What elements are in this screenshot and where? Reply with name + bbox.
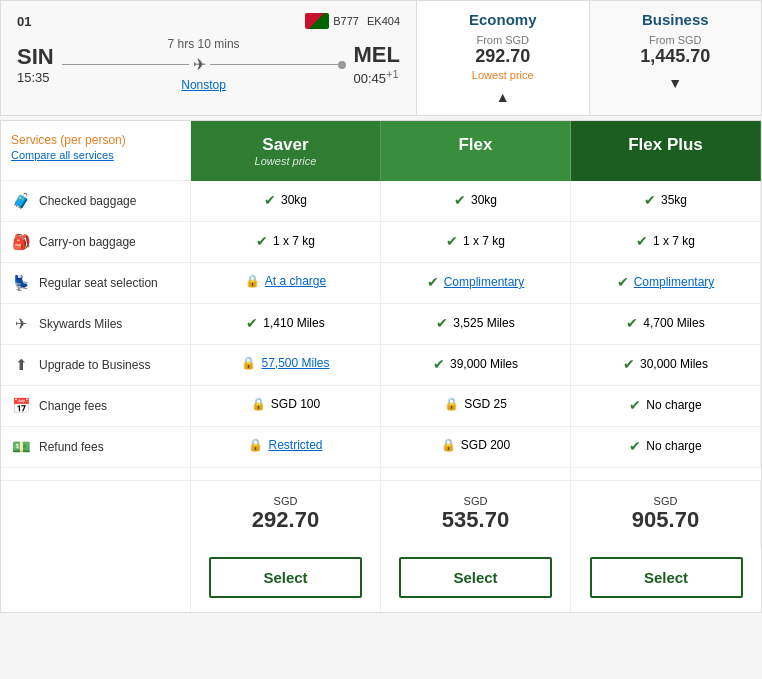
flex-miles: ✔3,525 Miles xyxy=(381,304,571,345)
spacer-saver xyxy=(191,468,381,481)
saver-select-cell: Select xyxy=(191,547,381,612)
spacer-label xyxy=(1,468,191,481)
business-cabin-col: Business From SGD 1,445.70 ▼ xyxy=(589,1,762,115)
economy-chevron[interactable]: ▲ xyxy=(496,89,510,105)
saver-refund-val[interactable]: Restricted xyxy=(268,438,322,452)
flex-carryon-val: 1 x 7 kg xyxy=(463,234,505,248)
flex-plus-upgrade: ✔30,000 Miles xyxy=(571,345,761,386)
business-chevron[interactable]: ▼ xyxy=(668,75,682,91)
business-price: 1,445.70 xyxy=(640,46,710,67)
flex-checked-baggage: ✔30kg xyxy=(381,181,571,222)
saver-price-cell: SGD 292.70 xyxy=(191,481,381,547)
saver-refund: 🔒Restricted xyxy=(191,427,381,468)
aircraft-type: B777 xyxy=(333,15,359,27)
flight-number: EK404 xyxy=(367,15,400,27)
refund-icon: 💵 xyxy=(11,438,31,456)
flex-plus-price-amount: 905.70 xyxy=(581,507,750,533)
flex-plus-change-val: No charge xyxy=(646,398,701,412)
flex-name: Flex xyxy=(391,135,560,155)
feature-label-seat: 💺 Regular seat selection xyxy=(1,263,191,304)
checked-baggage-icon: 🧳 xyxy=(11,192,31,210)
flex-price-currency: SGD xyxy=(391,495,560,507)
saver-price-amount: 292.70 xyxy=(201,507,370,533)
flex-refund: 🔒SGD 200 xyxy=(381,427,571,468)
airline-badge: B777 EK404 xyxy=(305,13,400,29)
plan-header-saver: Saver Lowest price xyxy=(191,121,381,181)
carryon-label: Carry-on baggage xyxy=(39,235,136,249)
plan-header-flex: Flex xyxy=(381,121,571,181)
saver-price-currency: SGD xyxy=(201,495,370,507)
flex-seat-val[interactable]: Complimentary xyxy=(444,275,525,289)
destination-time: 00:45+1 xyxy=(354,68,400,86)
flex-refund-val: SGD 200 xyxy=(461,438,510,452)
flex-plus-refund-val: No charge xyxy=(646,439,701,453)
destination: MEL 00:45+1 xyxy=(354,42,400,86)
flex-price-amount: 535.70 xyxy=(391,507,560,533)
flex-upgrade-val: 39,000 Miles xyxy=(450,357,518,371)
saver-select-button[interactable]: Select xyxy=(209,557,361,598)
flex-miles-val: 3,525 Miles xyxy=(453,316,514,330)
saver-seat: 🔒At a charge xyxy=(191,263,381,304)
flex-plus-carryon: ✔1 x 7 kg xyxy=(571,222,761,263)
business-from-label: From SGD xyxy=(649,34,702,46)
flex-plus-checked-val: 35kg xyxy=(661,193,687,207)
flex-plus-miles: ✔4,700 Miles xyxy=(571,304,761,345)
saver-checked-baggage: ✔30kg xyxy=(191,181,381,222)
saver-seat-val[interactable]: At a charge xyxy=(265,274,326,288)
saver-carryon: ✔1 x 7 kg xyxy=(191,222,381,263)
flight-id: 01 xyxy=(17,14,31,29)
emirates-logo-icon xyxy=(305,13,329,29)
saver-carryon-val: 1 x 7 kg xyxy=(273,234,315,248)
flex-select-button[interactable]: Select xyxy=(399,557,551,598)
saver-miles: ✔1,410 Miles xyxy=(191,304,381,345)
refund-label: Refund fees xyxy=(39,440,104,454)
day-offset: +1 xyxy=(386,68,399,80)
flex-seat: ✔Complimentary xyxy=(381,263,571,304)
upgrade-icon: ⬆ xyxy=(11,356,31,374)
flex-plus-price-cell: SGD 905.70 xyxy=(571,481,761,547)
nonstop-link[interactable]: Nonstop xyxy=(181,78,226,92)
miles-label: Skywards Miles xyxy=(39,317,122,331)
flex-upgrade: ✔39,000 Miles xyxy=(381,345,571,386)
economy-from-label: From SGD xyxy=(476,34,529,46)
services-header: Services (per person) Compare all servic… xyxy=(1,121,191,181)
business-title: Business xyxy=(642,11,709,28)
flex-plus-seat-val[interactable]: Complimentary xyxy=(634,275,715,289)
flex-plus-carryon-val: 1 x 7 kg xyxy=(653,234,695,248)
flex-plus-seat: ✔Complimentary xyxy=(571,263,761,304)
feature-label-carryon: 🎒 Carry-on baggage xyxy=(1,222,191,263)
flight-header: 01 B777 EK404 SIN 15:35 7 hrs 10 mins ✈ xyxy=(0,0,762,116)
flex-plus-select-cell: Select xyxy=(571,547,761,612)
duration-line: ✈ xyxy=(62,55,346,74)
economy-lowest-price: Lowest price xyxy=(472,69,534,81)
destination-code: MEL xyxy=(354,42,400,68)
duration-text: 7 hrs 10 mins xyxy=(168,37,240,51)
flex-plus-select-button[interactable]: Select xyxy=(590,557,743,598)
feature-label-refund: 💵 Refund fees xyxy=(1,427,191,468)
economy-cabin-col: Economy From SGD 292.70 Lowest price ▲ xyxy=(416,1,589,115)
flex-plus-upgrade-val: 30,000 Miles xyxy=(640,357,708,371)
checked-baggage-label: Checked baggage xyxy=(39,194,136,208)
saver-name: Saver xyxy=(201,135,370,155)
compare-all-link[interactable]: Compare all services xyxy=(11,149,180,161)
seat-label: Regular seat selection xyxy=(39,276,158,290)
flex-plus-change: ✔No charge xyxy=(571,386,761,427)
cabin-columns: Economy From SGD 292.70 Lowest price ▲ B… xyxy=(416,1,761,115)
saver-checked-val: 30kg xyxy=(281,193,307,207)
flight-route: SIN 15:35 7 hrs 10 mins ✈ Nonstop MEL 00 xyxy=(17,37,400,92)
feature-label-checked-baggage: 🧳 Checked baggage xyxy=(1,181,191,222)
comparison-grid: Services (per person) Compare all servic… xyxy=(1,121,761,612)
plan-header-flex-plus: Flex Plus xyxy=(571,121,761,181)
origin: SIN 15:35 xyxy=(17,44,54,85)
spacer-flex-plus xyxy=(571,468,761,481)
flex-plus-name: Flex Plus xyxy=(581,135,750,155)
feature-label-change: 📅 Change fees xyxy=(1,386,191,427)
price-label-cell xyxy=(1,481,191,547)
saver-miles-val: 1,410 Miles xyxy=(263,316,324,330)
flex-checked-val: 30kg xyxy=(471,193,497,207)
upgrade-label: Upgrade to Business xyxy=(39,358,150,372)
duration-section: 7 hrs 10 mins ✈ Nonstop xyxy=(62,37,346,92)
saver-upgrade-val[interactable]: 57,500 Miles xyxy=(261,356,329,370)
plane-icon: ✈ xyxy=(193,55,206,74)
change-icon: 📅 xyxy=(11,397,31,415)
